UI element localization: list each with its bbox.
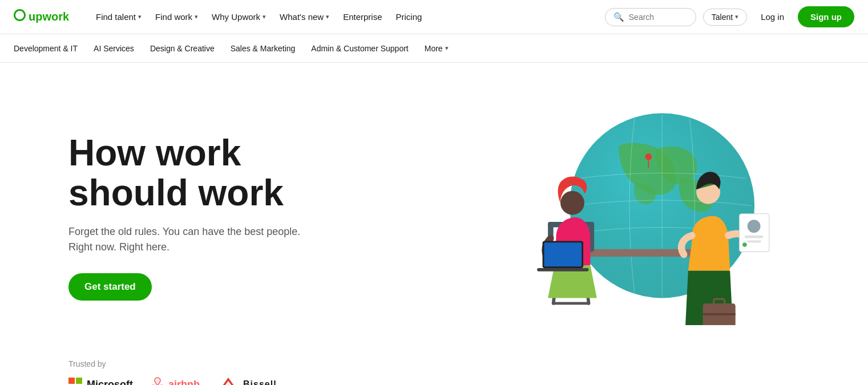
top-navigation: upwork Find talent ▾ Find work ▾ Why Upw… [0,0,868,34]
category-navigation: Development & IT AI Services Design & Cr… [0,34,868,63]
chevron-down-icon: ▾ [445,44,449,52]
category-development-it[interactable]: Development & IT [14,42,78,55]
trusted-logos: Microsoft airbnb Bissell [68,376,800,385]
talent-dropdown[interactable]: Talent ▾ [703,9,747,26]
nav-enterprise[interactable]: Enterprise [337,7,387,26]
category-more[interactable]: More ▾ [425,42,449,55]
category-admin-support[interactable]: Admin & Customer Support [311,42,408,55]
airbnb-logo: airbnb [151,377,200,385]
signup-button[interactable]: Sign up [798,6,854,27]
svg-text:upwork: upwork [29,10,70,23]
chevron-down-icon: ▾ [138,13,142,21]
airbnb-icon [151,377,164,385]
chevron-down-icon: ▾ [735,13,738,21]
nav-right: 🔍 Talent ▾ Log in Sign up [605,6,854,27]
trusted-section: Trusted by Microsoft airbnb [0,359,868,385]
bissell-icon [218,376,239,385]
nav-find-talent[interactable]: Find talent ▾ [90,7,147,26]
hero-title: How work should work [68,133,365,213]
svg-rect-16 [746,240,761,242]
upwork-logo[interactable]: upwork [14,9,72,25]
microsoft-logo: Microsoft [68,378,133,385]
login-button[interactable]: Log in [754,7,791,26]
svg-point-3 [645,153,651,160]
svg-point-14 [747,220,760,233]
nav-pricing[interactable]: Pricing [390,7,428,26]
category-sales-marketing[interactable]: Sales & Marketing [231,42,296,55]
category-ai-services[interactable]: AI Services [94,42,134,55]
category-design-creative[interactable]: Design & Creative [150,42,215,55]
chevron-down-icon: ▾ [263,13,266,21]
nav-find-work[interactable]: Find work ▾ [150,7,204,26]
search-icon: 🔍 [613,12,624,22]
trusted-label: Trusted by [68,359,800,368]
svg-rect-15 [745,236,763,238]
nav-links: Find talent ▾ Find work ▾ Why Upwork ▾ W… [90,7,605,26]
svg-rect-11 [537,268,588,271]
microsoft-icon [68,378,82,385]
hero-content: How work should work Forget the old rule… [68,133,365,301]
hero-subtitle: Forget the old rules. You can have the b… [68,224,365,255]
chevron-down-icon: ▾ [195,13,198,21]
search-box[interactable]: 🔍 [605,8,696,26]
chevron-down-icon: ▾ [326,13,329,21]
bissell-logo: Bissell [218,376,277,385]
search-input[interactable] [629,13,686,22]
svg-rect-10 [544,242,582,266]
nav-why-upwork[interactable]: Why Upwork ▾ [206,7,272,26]
hero-section: How work should work Forget the old rule… [0,63,868,359]
hero-svg [487,97,772,325]
svg-rect-20 [703,313,735,315]
get-started-button[interactable]: Get started [68,273,152,301]
svg-point-17 [742,242,747,247]
svg-point-8 [560,191,584,215]
hero-illustration [390,63,868,359]
nav-whats-new[interactable]: What's new ▾ [274,7,335,26]
